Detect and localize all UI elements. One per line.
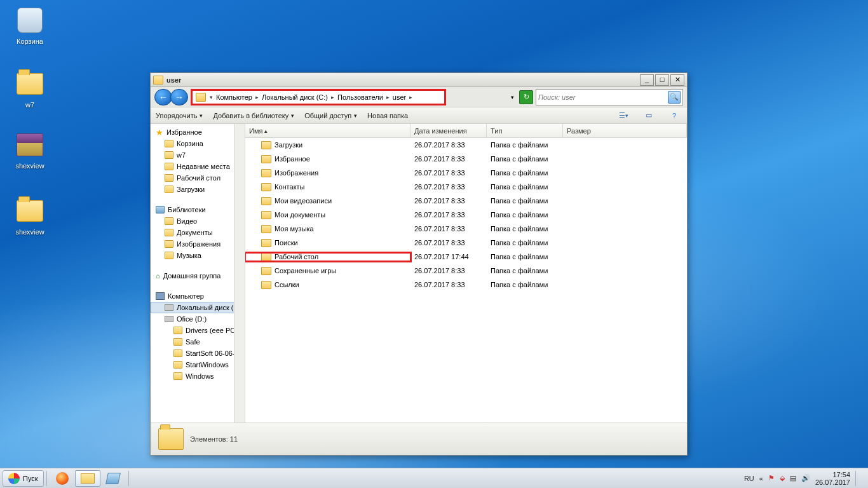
nav-item[interactable]: ★Избранное bbox=[151, 126, 245, 138]
preview-pane-button[interactable]: ▭ bbox=[641, 109, 656, 122]
start-button[interactable]: Пуск bbox=[3, 470, 44, 487]
folder-icon bbox=[173, 361, 182, 369]
file-list: Имя ▴ Дата изменения Тип Размер Загрузки… bbox=[245, 124, 687, 423]
taskbar[interactable]: Пуск RU « ⚑ ⬙ ▤ 🔊 17:54 26.07.2017 bbox=[0, 468, 868, 488]
new-folder-button[interactable]: Новая папка bbox=[367, 112, 408, 119]
chevron-icon[interactable]: ▸ bbox=[407, 94, 414, 100]
folder-icon bbox=[261, 197, 271, 205]
chevron-icon[interactable]: ▸ bbox=[329, 94, 336, 100]
table-row[interactable]: Ссылки26.07.2017 8:33Папка с файлами bbox=[245, 278, 687, 292]
navigation-pane[interactable]: ★ИзбранноеКорзинаw7Недавние местаРабочий… bbox=[151, 124, 245, 423]
refresh-button[interactable]: ↻ bbox=[519, 90, 533, 104]
nav-item[interactable]: Музыка bbox=[151, 250, 245, 261]
show-desktop-button[interactable] bbox=[855, 471, 862, 486]
desktop-icon-shexview[interactable]: shexview bbox=[8, 196, 52, 236]
organize-menu[interactable]: Упорядочить▾ bbox=[156, 112, 203, 119]
firefox-icon bbox=[56, 472, 69, 485]
search-input[interactable] bbox=[538, 93, 668, 101]
back-button[interactable]: ← bbox=[154, 89, 172, 105]
nav-item[interactable]: StartSoft 06-06- bbox=[151, 348, 245, 359]
chevron-icon: ▾ bbox=[208, 94, 215, 100]
table-row[interactable]: Рабочий стол26.07.2017 17:44Папка с файл… bbox=[245, 250, 687, 264]
breadcrumb-seg[interactable]: Компьютер bbox=[215, 93, 254, 101]
table-row[interactable]: Поиски26.07.2017 8:33Папка с файлами bbox=[245, 236, 687, 250]
nav-item[interactable]: Ofice (D:) bbox=[151, 313, 245, 325]
folder-icon bbox=[173, 372, 182, 380]
desktop-icon-Корзина[interactable]: Корзина bbox=[8, 5, 52, 45]
nav-item[interactable]: Рабочий стол bbox=[151, 172, 245, 184]
breadcrumb-seg[interactable]: user bbox=[391, 93, 407, 101]
table-row[interactable]: Мои документы26.07.2017 8:33Папка с файл… bbox=[245, 208, 687, 222]
minimize-button[interactable]: _ bbox=[640, 74, 654, 86]
table-row[interactable]: Изображения26.07.2017 8:33Папка с файлам… bbox=[245, 166, 687, 180]
col-type[interactable]: Тип bbox=[487, 124, 563, 137]
table-row[interactable]: Моя музыка26.07.2017 8:33Папка с файлами bbox=[245, 222, 687, 236]
tray-flag-icon[interactable]: ⚑ bbox=[768, 474, 775, 482]
chevron-icon[interactable]: ▸ bbox=[384, 94, 391, 100]
column-headers[interactable]: Имя ▴ Дата изменения Тип Размер bbox=[245, 124, 687, 138]
col-date[interactable]: Дата изменения bbox=[410, 124, 487, 137]
address-bar[interactable]: ▾ Компьютер ▸ Локальный диск (C:) ▸ Поль… bbox=[191, 89, 446, 105]
table-row[interactable]: Мои видеозаписи26.07.2017 8:33Папка с фа… bbox=[245, 194, 687, 208]
tray-chevron-icon[interactable]: « bbox=[759, 475, 763, 482]
nav-row: ← → ▾ Компьютер ▸ Локальный диск (C:) ▸ … bbox=[151, 87, 687, 107]
breadcrumb-seg[interactable]: Локальный диск (C:) bbox=[261, 93, 329, 101]
window-title: user bbox=[166, 76, 181, 84]
chevron-icon[interactable]: ▸ bbox=[254, 94, 261, 100]
search-box[interactable]: 🔍 bbox=[536, 89, 683, 105]
maximize-button[interactable]: □ bbox=[655, 74, 669, 86]
nav-item[interactable]: w7 bbox=[151, 149, 245, 161]
tray-security-icon[interactable]: ⬙ bbox=[780, 474, 785, 482]
folder-icon bbox=[165, 229, 173, 236]
nav-item[interactable]: Документы bbox=[151, 227, 245, 238]
clock[interactable]: 17:54 26.07.2017 bbox=[815, 471, 850, 486]
nav-item[interactable]: Локальный диск ( bbox=[151, 302, 245, 313]
system-tray[interactable]: RU « ⚑ ⬙ ▤ 🔊 17:54 26.07.2017 bbox=[744, 471, 865, 486]
taskbar-explorer[interactable] bbox=[75, 470, 100, 487]
nav-item[interactable]: Недавние места bbox=[151, 161, 245, 172]
nav-item[interactable]: Видео bbox=[151, 215, 245, 227]
nav-item[interactable]: Safe bbox=[151, 336, 245, 348]
col-name[interactable]: Имя ▴ bbox=[245, 124, 410, 137]
titlebar[interactable]: user _ □ ✕ bbox=[151, 73, 687, 87]
table-row[interactable]: Сохраненные игры26.07.2017 8:33Папка с ф… bbox=[245, 264, 687, 278]
library-icon bbox=[156, 206, 165, 214]
windows-orb-icon bbox=[8, 473, 20, 484]
window-icon bbox=[153, 76, 163, 85]
table-row[interactable]: Загрузки26.07.2017 8:33Папка с файлами bbox=[245, 138, 687, 152]
nav-item[interactable]: StartWindows bbox=[151, 359, 245, 370]
share-menu[interactable]: Общий доступ▾ bbox=[304, 112, 357, 119]
breadcrumb-seg[interactable]: Пользователи bbox=[336, 93, 384, 101]
icon-label: shexview bbox=[8, 162, 52, 170]
nav-item[interactable]: Windows bbox=[151, 370, 245, 382]
table-row[interactable]: Избранное26.07.2017 8:33Папка с файлами bbox=[245, 152, 687, 166]
nav-item[interactable]: Drivers (eee PC bbox=[151, 325, 245, 336]
address-dropdown[interactable]: ▾ bbox=[449, 89, 517, 105]
taskbar-firefox[interactable] bbox=[50, 470, 75, 487]
scrollbar[interactable] bbox=[234, 124, 245, 423]
app-icon bbox=[105, 473, 121, 484]
forward-button[interactable]: → bbox=[170, 89, 188, 105]
nav-item[interactable]: Изображения bbox=[151, 238, 245, 250]
nav-item[interactable]: Корзина bbox=[151, 138, 245, 149]
help-button[interactable]: ? bbox=[667, 109, 682, 122]
desktop-icon-shexview[interactable]: shexview bbox=[8, 130, 52, 170]
tray-volume-icon[interactable]: 🔊 bbox=[801, 474, 810, 482]
view-options-button[interactable]: ☰ ▾ bbox=[616, 109, 631, 122]
tray-network-icon[interactable]: ▤ bbox=[790, 474, 796, 482]
table-row[interactable]: Контакты26.07.2017 8:33Папка с файлами bbox=[245, 180, 687, 194]
language-indicator[interactable]: RU bbox=[744, 475, 754, 482]
add-to-library-menu[interactable]: Добавить в библиотеку▾ bbox=[213, 112, 294, 119]
nav-item[interactable]: ⌂Домашняя группа bbox=[151, 270, 245, 281]
desktop-icon-w7[interactable]: w7 bbox=[8, 69, 52, 109]
col-size[interactable]: Размер bbox=[563, 124, 687, 137]
close-button[interactable]: ✕ bbox=[670, 74, 684, 86]
nav-item[interactable]: Компьютер bbox=[151, 290, 245, 302]
nav-item[interactable]: Библиотеки bbox=[151, 204, 245, 215]
folder-icon bbox=[261, 183, 271, 191]
folder-icon bbox=[165, 240, 173, 248]
taskbar-app[interactable] bbox=[100, 470, 126, 487]
status-bar: Элементов: 11 bbox=[151, 423, 687, 455]
search-icon[interactable]: 🔍 bbox=[668, 91, 681, 104]
nav-item[interactable]: Загрузки bbox=[151, 184, 245, 195]
